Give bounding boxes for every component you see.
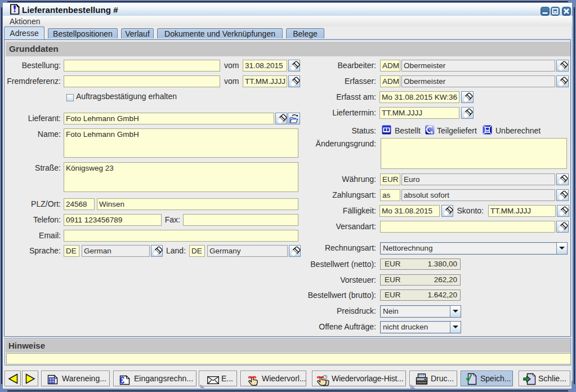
svg-text:€: €: [119, 376, 124, 385]
